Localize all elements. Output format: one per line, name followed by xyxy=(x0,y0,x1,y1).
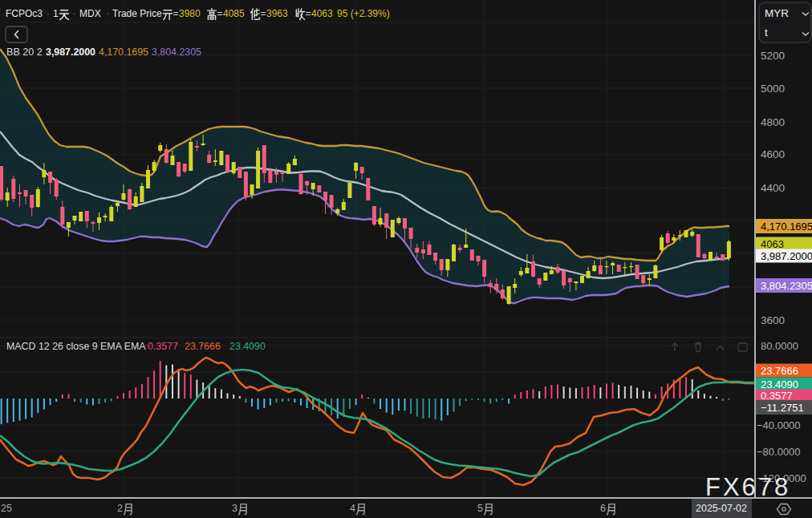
svg-text:3,987.2000: 3,987.2000 xyxy=(46,47,95,58)
svg-text:FCPOc3: FCPOc3 xyxy=(6,8,43,19)
svg-text:4085: 4085 xyxy=(223,8,245,19)
svg-text:23.7666: 23.7666 xyxy=(761,365,798,377)
svg-text:=: = xyxy=(306,8,311,19)
svg-text:=: = xyxy=(217,8,223,19)
svg-text:4,170.1695: 4,170.1695 xyxy=(99,47,148,58)
svg-text:2: 2 xyxy=(117,503,123,514)
svg-text:−80.0000: −80.0000 xyxy=(757,446,801,458)
svg-text:−11.2751: −11.2751 xyxy=(761,402,804,414)
svg-text:6: 6 xyxy=(600,503,606,514)
svg-text:−40.0000: −40.0000 xyxy=(757,419,801,431)
svg-text:25: 25 xyxy=(1,503,12,514)
svg-text:95 (+2.39%): 95 (+2.39%) xyxy=(337,8,390,19)
svg-text:5: 5 xyxy=(477,503,483,514)
svg-text:MACD 12 26 close 9 EMA EMA: MACD 12 26 close 9 EMA EMA xyxy=(6,341,146,352)
svg-text:=: = xyxy=(261,8,266,19)
svg-text:4: 4 xyxy=(350,503,355,514)
svg-text:3: 3 xyxy=(232,503,238,514)
svg-text:0.3577: 0.3577 xyxy=(761,390,793,402)
svg-text:23.4090: 23.4090 xyxy=(761,378,798,391)
svg-text:4800: 4800 xyxy=(761,116,785,128)
svg-text:0.3577: 0.3577 xyxy=(148,341,178,352)
svg-text:3980: 3980 xyxy=(179,8,201,19)
svg-text:=: = xyxy=(173,8,179,19)
svg-text:3,804.2305: 3,804.2305 xyxy=(761,280,812,292)
svg-text:5000: 5000 xyxy=(761,83,785,95)
svg-text:3,804.2305: 3,804.2305 xyxy=(152,47,201,58)
svg-text:4,170.1695: 4,170.1695 xyxy=(761,221,812,233)
svg-text:3,987.2000: 3,987.2000 xyxy=(761,250,812,262)
svg-text:MYR: MYR xyxy=(765,7,789,19)
svg-text:23.4090: 23.4090 xyxy=(229,341,266,352)
svg-text:4063: 4063 xyxy=(761,238,784,250)
svg-text:5200: 5200 xyxy=(761,50,785,62)
svg-text:80.0000: 80.0000 xyxy=(761,340,798,352)
svg-text:·: · xyxy=(47,8,50,19)
svg-text:3963: 3963 xyxy=(266,8,288,19)
svg-text:2025-07-02: 2025-07-02 xyxy=(696,503,747,514)
svg-text:·: · xyxy=(106,8,109,19)
svg-text:t: t xyxy=(765,26,768,38)
svg-text:1: 1 xyxy=(53,8,59,19)
svg-text:4400: 4400 xyxy=(761,182,785,194)
svg-text:Trade Price: Trade Price xyxy=(112,8,162,19)
svg-text:·: · xyxy=(73,8,76,19)
svg-text:MDX: MDX xyxy=(79,8,101,19)
svg-text:BB 20 2: BB 20 2 xyxy=(6,47,43,58)
svg-text:23.7666: 23.7666 xyxy=(185,341,221,352)
svg-text:4600: 4600 xyxy=(761,148,785,160)
svg-text:FX678: FX678 xyxy=(705,473,790,501)
svg-text:3600: 3600 xyxy=(761,314,785,326)
svg-text:4063: 4063 xyxy=(311,8,333,19)
